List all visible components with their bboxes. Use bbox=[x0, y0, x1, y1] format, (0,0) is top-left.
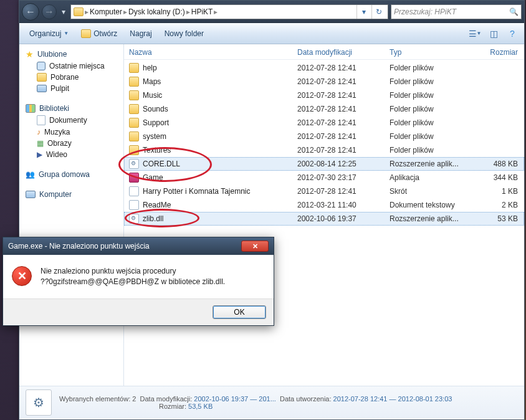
txt-icon bbox=[129, 200, 139, 210]
crumb[interactable]: Komputer bbox=[90, 7, 122, 16]
folder-icon bbox=[129, 90, 139, 100]
open-button[interactable]: Otwórz bbox=[76, 27, 122, 41]
organize-button[interactable]: Organizuj ▼ bbox=[24, 27, 74, 41]
file-size: 488 KB bbox=[476, 160, 518, 168]
toolbar: Organizuj ▼ Otwórz Nagraj Nowy folder ☰ … bbox=[19, 23, 524, 44]
file-name: Maps bbox=[143, 77, 161, 86]
error-icon: ✕ bbox=[12, 266, 32, 286]
burn-button[interactable]: Nagraj bbox=[125, 27, 156, 41]
preview-pane-button[interactable]: ◫ bbox=[487, 28, 500, 39]
sidebar-item[interactable]: Ostatnie miejsca bbox=[19, 60, 123, 72]
error-dialog: Game.exe - Nie znaleziono punktu wejścia… bbox=[2, 237, 274, 326]
recent-icon bbox=[37, 62, 45, 70]
file-size: 344 KB bbox=[476, 173, 518, 182]
file-date: 2012-07-28 12:41 bbox=[297, 146, 390, 155]
file-name: Game bbox=[143, 173, 163, 182]
file-type: Aplikacja bbox=[390, 173, 476, 182]
file-row[interactable]: ReadMe2012-03-21 11:40Dokument tekstowy2… bbox=[124, 198, 524, 212]
col-name[interactable]: Nazwa bbox=[129, 48, 297, 57]
back-button[interactable]: ← bbox=[22, 3, 39, 21]
help-button[interactable]: ? bbox=[505, 28, 519, 39]
column-headers[interactable]: Nazwa Data modyfikacji Typ Rozmiar bbox=[124, 44, 524, 60]
file-size: 1 KB bbox=[476, 187, 518, 196]
sidebar-computer[interactable]: Komputer bbox=[19, 189, 123, 200]
file-date: 2002-10-06 19:37 bbox=[297, 214, 390, 223]
file-date: 2012-07-28 12:41 bbox=[297, 118, 390, 127]
file-name: Harry Potter i Komnata Tajemnic bbox=[143, 187, 251, 196]
dialog-title: Game.exe - Nie znaleziono punktu wejścia bbox=[8, 242, 150, 251]
col-date[interactable]: Data modyfikacji bbox=[297, 48, 390, 57]
file-date: 2012-07-28 12:41 bbox=[297, 64, 390, 72]
file-row[interactable]: system2012-07-28 12:41Folder plików bbox=[124, 130, 524, 143]
file-date: 2012-07-28 12:41 bbox=[297, 132, 390, 141]
computer-icon bbox=[26, 191, 36, 198]
ok-button[interactable]: OK bbox=[213, 305, 266, 319]
file-name: Textures bbox=[143, 146, 171, 155]
lnk-icon bbox=[129, 186, 139, 196]
status-icon: ⚙ bbox=[26, 389, 52, 416]
status-bar: ⚙ Wybranych elementów: 2 Data modyfikacj… bbox=[19, 386, 524, 418]
file-date: 2012-07-28 12:41 bbox=[297, 77, 390, 86]
file-row[interactable]: Music2012-07-28 12:41Folder plików bbox=[124, 88, 524, 102]
addr-dropdown-icon[interactable]: ▾ bbox=[356, 5, 370, 19]
file-row[interactable]: Maps2012-07-28 12:41Folder plików bbox=[124, 75, 524, 88]
close-button[interactable]: ✕ bbox=[241, 241, 269, 252]
chevron-down-icon: ▼ bbox=[64, 31, 69, 36]
dialog-title-bar[interactable]: Game.exe - Nie znaleziono punktu wejścia… bbox=[3, 237, 274, 255]
file-row[interactable]: Sounds2012-07-28 12:41Folder plików bbox=[124, 102, 524, 116]
crumb[interactable]: Dysk lokalny (D:) bbox=[128, 7, 185, 16]
new-folder-button[interactable]: Nowy folder bbox=[160, 27, 209, 41]
sidebar-item[interactable]: Dokumenty bbox=[19, 114, 123, 126]
address-bar[interactable]: ▸ Komputer ▸ Dysk lokalny (D:) ▸ HPiKT ▸… bbox=[70, 4, 388, 19]
view-button[interactable]: ☰ ▼ bbox=[468, 28, 482, 39]
file-row[interactable]: CORE.DLL2002-08-14 12:25Rozszerzenie apl… bbox=[124, 157, 524, 171]
folder-open-icon bbox=[81, 29, 91, 38]
col-size[interactable]: Rozmiar bbox=[476, 48, 518, 57]
col-type[interactable]: Typ bbox=[390, 48, 476, 57]
folder-icon bbox=[129, 63, 139, 73]
crumb[interactable]: HPiKT bbox=[191, 7, 213, 16]
file-date: 2012-07-28 12:41 bbox=[297, 187, 390, 196]
search-icon: 🔍 bbox=[509, 7, 519, 16]
sidebar-item[interactable]: ♪Muzyka bbox=[19, 126, 123, 138]
sidebar-libraries[interactable]: Biblioteki bbox=[19, 103, 123, 114]
search-placeholder: Przeszukaj: HPiKT bbox=[394, 7, 456, 16]
forward-button[interactable]: → bbox=[42, 4, 57, 19]
folder-icon bbox=[74, 7, 84, 16]
folder-icon bbox=[129, 104, 139, 114]
file-type: Folder plików bbox=[390, 118, 476, 127]
file-row[interactable]: Game2012-07-30 23:17Aplikacja344 KB bbox=[124, 171, 524, 184]
exe-icon bbox=[129, 173, 139, 183]
documents-icon bbox=[37, 115, 45, 125]
sidebar-item[interactable]: Pulpit bbox=[19, 83, 123, 94]
dialog-message: Nie znaleziono punktu wejścia procedury … bbox=[41, 266, 225, 287]
file-row[interactable]: Support2012-07-28 12:41Folder plików bbox=[124, 116, 524, 130]
file-type: Folder plików bbox=[390, 132, 476, 141]
file-date: 2012-07-30 23:17 bbox=[297, 173, 390, 182]
file-type: Dokument tekstowy bbox=[390, 201, 476, 209]
dll-icon bbox=[129, 214, 139, 224]
file-row[interactable]: Harry Potter i Komnata Tajemnic2012-07-2… bbox=[124, 184, 524, 198]
dll-icon bbox=[129, 159, 139, 169]
file-type: Folder plików bbox=[390, 105, 476, 113]
file-row[interactable]: help2012-07-28 12:41Folder plików bbox=[124, 61, 524, 75]
homegroup-icon: 👥 bbox=[26, 170, 35, 179]
sidebar: ★Ulubione Ostatnie miejsca Pobrane Pulpi… bbox=[19, 44, 124, 386]
refresh-icon[interactable]: ↻ bbox=[371, 5, 385, 19]
sidebar-favorites[interactable]: ★Ulubione bbox=[19, 48, 123, 60]
file-row[interactable]: zlib.dll2002-10-06 19:37Rozszerzenie apl… bbox=[124, 212, 524, 226]
file-size: 2 KB bbox=[476, 201, 518, 209]
search-box[interactable]: Przeszukaj: HPiKT 🔍 bbox=[391, 4, 522, 19]
file-name: zlib.dll bbox=[143, 214, 163, 223]
sidebar-item[interactable]: ▶Wideo bbox=[19, 149, 123, 160]
file-row[interactable]: Textures2012-07-28 12:41Folder plików bbox=[124, 143, 524, 157]
music-icon: ♪ bbox=[37, 128, 41, 136]
sidebar-item[interactable]: Pobrane bbox=[19, 72, 123, 83]
sidebar-homegroup[interactable]: 👥Grupa domowa bbox=[19, 169, 123, 180]
sidebar-item[interactable]: ▦Obrazy bbox=[19, 138, 123, 149]
downloads-icon bbox=[37, 73, 47, 82]
explorer-window: ← → ▾ ▸ Komputer ▸ Dysk lokalny (D:) ▸ H… bbox=[19, 0, 525, 420]
star-icon: ★ bbox=[26, 49, 34, 59]
history-dropdown[interactable]: ▾ bbox=[59, 3, 68, 21]
file-name: Sounds bbox=[143, 105, 168, 113]
